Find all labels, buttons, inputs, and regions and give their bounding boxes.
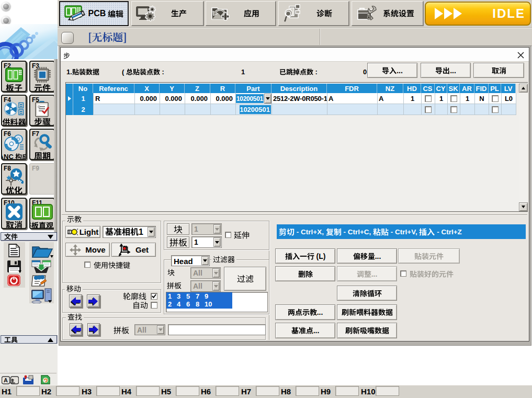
svg-text:A: A bbox=[4, 377, 8, 383]
